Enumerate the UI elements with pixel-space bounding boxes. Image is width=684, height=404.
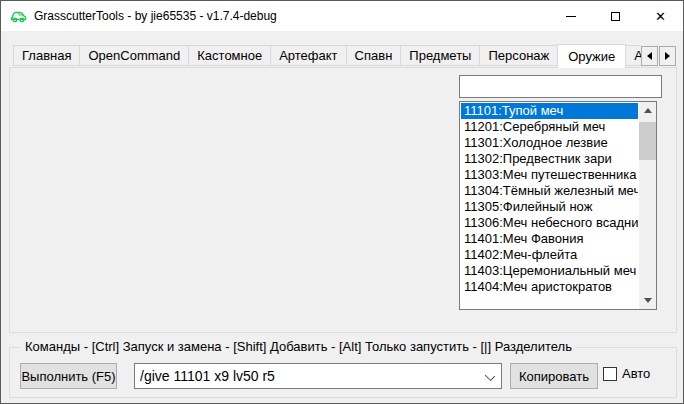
close-icon: ✕: [655, 10, 666, 23]
list-item[interactable]: 11304:Тёмный железный меч: [461, 183, 638, 199]
dropdown-chevron-icon[interactable]: [485, 371, 495, 381]
window-title: GrasscutterTools - by jie65535 - v1.7.4-…: [34, 9, 277, 23]
list-scrollbar[interactable]: [639, 102, 656, 309]
tab-scroll-right-icon: [665, 52, 670, 60]
tab-spavn[interactable]: Спавн: [346, 45, 402, 66]
maximize-icon: [611, 12, 620, 21]
app-car-icon: [10, 9, 27, 24]
copy-command-button[interactable]: Копировать: [510, 363, 598, 389]
list-item[interactable]: 11305:Филейный нож: [461, 199, 638, 215]
window-controls: ✕: [548, 1, 683, 31]
list-item[interactable]: 11301:Холодное лезвие: [461, 135, 638, 151]
auto-checkbox-label: Авто: [622, 366, 650, 381]
tab-artefakt[interactable]: Артефакт: [270, 45, 346, 66]
run-command-button[interactable]: Выполнить (F5): [20, 363, 117, 389]
weapon-list: 11101:Тупой меч 11201:Серебряный меч 113…: [459, 101, 657, 310]
command-combobox[interactable]: [134, 363, 502, 389]
scrollbar-down-button[interactable]: [639, 292, 656, 309]
command-input[interactable]: [135, 364, 475, 388]
tab-scroll-left-button[interactable]: [641, 46, 658, 66]
tab-kastomnoe[interactable]: Кастомное: [188, 45, 271, 66]
auto-checkbox-group: Авто: [603, 366, 650, 381]
minimize-button[interactable]: [548, 1, 593, 31]
app-window: GrasscutterTools - by jie65535 - v1.7.4-…: [0, 0, 684, 404]
list-item[interactable]: 11403:Церемониальный меч: [461, 263, 638, 279]
list-item[interactable]: 11401:Меч Фавония: [461, 231, 638, 247]
commands-groupbox-title: Команды - [Ctrl] Запуск и замена - [Shif…: [21, 339, 576, 354]
maximize-button[interactable]: [593, 1, 638, 31]
tab-scroll-left-icon: [647, 52, 652, 60]
tab-glavnaya[interactable]: Главная: [13, 45, 80, 66]
list-item[interactable]: 11101:Тупой меч: [461, 103, 638, 119]
commands-groupbox: Команды - [Ctrl] Запуск и замена - [Shif…: [9, 347, 677, 398]
tab-scroll-right-button[interactable]: [659, 46, 676, 66]
scrollbar-down-icon: [644, 298, 652, 303]
tab-oruzhie[interactable]: Оружие: [557, 44, 626, 68]
list-item[interactable]: 11303:Меч путешественника: [461, 167, 638, 183]
titlebar: GrasscutterTools - by jie65535 - v1.7.4-…: [1, 1, 683, 31]
weapon-search-input[interactable]: [459, 75, 662, 98]
list-item[interactable]: 11306:Меч небесного всадника: [461, 215, 638, 231]
close-button[interactable]: ✕: [638, 1, 683, 31]
tab-akkaunt[interactable]: Аккаунт: [625, 45, 641, 66]
list-item[interactable]: 11302:Предвестник зари: [461, 151, 638, 167]
tab-opencommand[interactable]: OpenCommand: [79, 45, 189, 66]
scrollbar-up-button[interactable]: [639, 102, 656, 119]
list-item[interactable]: 11404:Меч аристократов: [461, 279, 638, 295]
list-item[interactable]: 11402:Меч-флейта: [461, 247, 638, 263]
tab-predmety[interactable]: Предметы: [400, 45, 480, 66]
scrollbar-up-icon: [644, 108, 652, 113]
list-item[interactable]: 11201:Серебряный меч: [461, 119, 638, 135]
scrollbar-thumb[interactable]: [639, 122, 656, 160]
minimize-icon: [566, 16, 576, 17]
auto-checkbox[interactable]: [603, 367, 617, 381]
tab-strip: Главная OpenCommand Кастомное Артефакт С…: [13, 44, 641, 68]
tab-personazh[interactable]: Персонаж: [479, 45, 558, 66]
weapon-list-items: 11101:Тупой меч 11201:Серебряный меч 113…: [461, 103, 638, 308]
